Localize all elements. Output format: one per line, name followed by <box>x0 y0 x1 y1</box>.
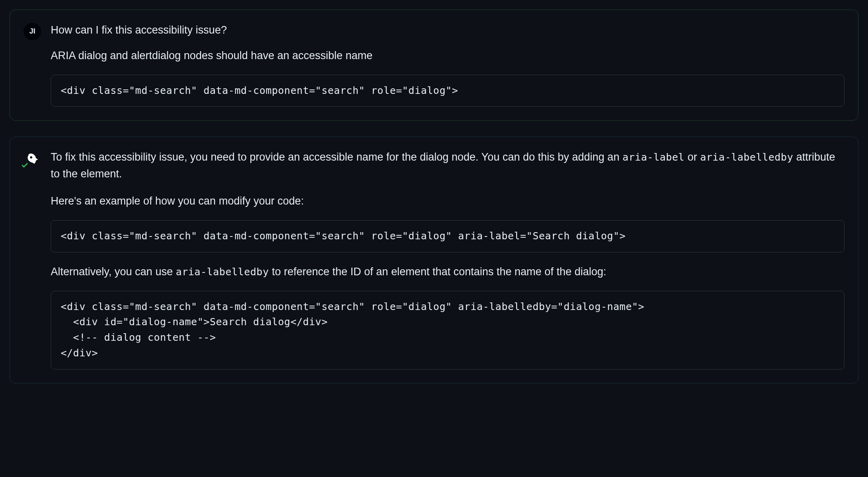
user-code-block[interactable]: <div class="md-search" data-md-component… <box>51 75 844 107</box>
text-segment: to reference the ID of an element that c… <box>269 266 606 278</box>
user-initials: JI <box>29 26 35 37</box>
assistant-paragraph-2: Here's an example of how you can modify … <box>51 193 844 210</box>
text-segment: or <box>684 151 700 163</box>
check-icon <box>21 162 28 169</box>
assistant-code-block-2[interactable]: <div class="md-search" data-md-component… <box>51 291 844 370</box>
text-segment: Alternatively, you can use <box>51 266 176 278</box>
assistant-code-block-1[interactable]: <div class="md-search" data-md-component… <box>51 220 844 252</box>
assistant-code-1: <div class="md-search" data-md-component… <box>61 229 834 244</box>
inline-code-aria-label: aria-label <box>622 151 685 163</box>
user-content: How can I fix this accessibility issue? … <box>51 22 844 107</box>
user-avatar: JI <box>24 23 41 40</box>
assistant-message-card: To fix this accessibility issue, you nee… <box>10 137 858 383</box>
assistant-content: To fix this accessibility issue, you nee… <box>51 149 844 369</box>
user-message-card: JI How can I fix this accessibility issu… <box>10 10 858 121</box>
assistant-code-2: <div class="md-search" data-md-component… <box>61 299 834 361</box>
assistant-paragraph-1: To fix this accessibility issue, you nee… <box>51 149 844 183</box>
assistant-avatar <box>24 150 41 167</box>
user-code: <div class="md-search" data-md-component… <box>61 83 834 99</box>
text-segment: To fix this accessibility issue, you nee… <box>51 151 622 163</box>
user-question: How can I fix this accessibility issue? <box>51 22 844 39</box>
user-issue-description: ARIA dialog and alertdialog nodes should… <box>51 48 844 64</box>
inline-code-aria-labelledby-2: aria-labelledby <box>176 266 269 278</box>
assistant-paragraph-3: Alternatively, you can use aria-labelled… <box>51 264 844 280</box>
inline-code-aria-labelledby: aria-labelledby <box>700 151 793 163</box>
